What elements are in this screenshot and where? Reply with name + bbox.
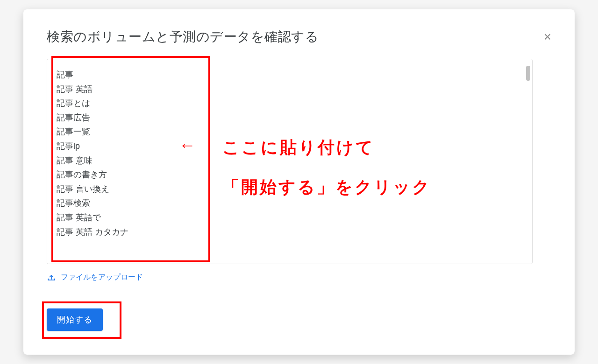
modal-title: 検索のボリュームと予測のデータを確認する (47, 28, 319, 46)
upload-file-link[interactable]: ファイルをアップロード (47, 273, 143, 282)
modal-header: 検索のボリュームと予測のデータを確認する × (47, 28, 551, 46)
close-icon[interactable]: × (544, 30, 551, 43)
keywords-textarea-container (47, 59, 533, 264)
start-button[interactable]: 開始する (47, 308, 103, 331)
keywords-input[interactable] (47, 59, 532, 264)
upload-file-label: ファイルをアップロード (61, 273, 143, 282)
scrollbar-thumb[interactable] (526, 66, 530, 81)
upload-icon (47, 273, 56, 282)
modal: 検索のボリュームと予測のデータを確認する × ファイルをアップロード 開始する (23, 9, 575, 355)
